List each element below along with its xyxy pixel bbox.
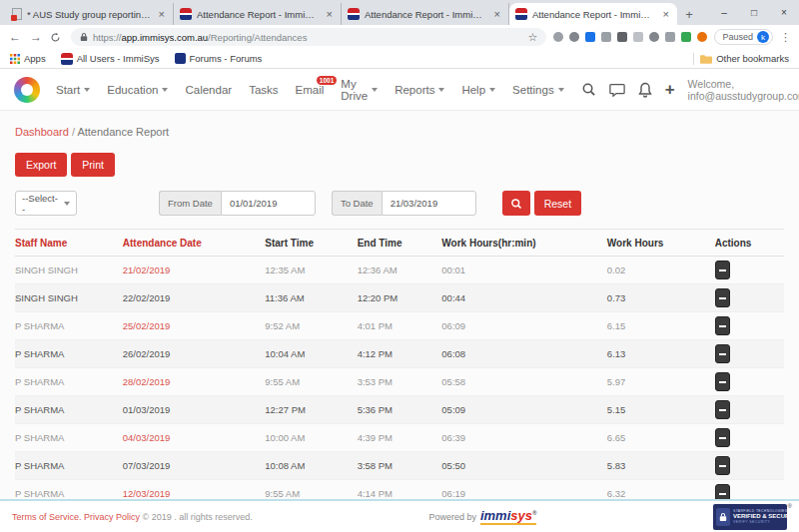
extension-icon[interactable] [601,32,611,42]
to-date-input[interactable] [382,191,476,216]
nav-label: My Drive [341,78,368,102]
extension-icon[interactable] [617,32,627,42]
from-date-input[interactable] [221,191,316,216]
extension-icon[interactable] [665,32,675,42]
nav-item-calendar[interactable]: Calendar [185,84,232,96]
other-bookmarks[interactable]: Other bookmarks [700,53,789,64]
immisys-logo[interactable] [14,77,40,103]
breadcrumb-current: Attendance Report [77,126,169,138]
row-actions-button[interactable] [715,288,730,307]
browser-tab-2[interactable]: Attendance Report - ImmiSys × [174,3,342,25]
extension-icon[interactable] [553,32,563,42]
browser-tab-3[interactable]: Attendance Report - ImmiSys × [342,3,509,25]
page-content: Dashboard / Attendance Report Export Pri… [0,111,799,499]
nav-item-reports[interactable]: Reports [395,84,444,96]
bell-icon[interactable] [638,81,652,98]
row-actions-button[interactable] [715,372,730,391]
browser-tab-1[interactable]: * AUS Study group reporting tha × [6,3,174,25]
close-tab-icon[interactable]: × [157,8,167,20]
extension-icon[interactable] [681,32,691,42]
extension-icon[interactable] [633,32,643,42]
col-staff-name[interactable]: Staff Name [15,230,123,257]
col-work-hours[interactable]: Work Hours [607,230,715,257]
cell-work-hours-hrmin: 06:39 [441,424,607,452]
cell-staff-name: SINGH SINGH [15,284,123,312]
reload-icon[interactable] [50,32,64,43]
extension-icon[interactable] [697,32,707,42]
terms-link[interactable]: Terms of Service. [12,512,82,522]
search-button[interactable] [502,191,530,216]
user-menu[interactable]: Welcome, info@ausstudygroup.com.au [688,78,799,102]
profile-button[interactable]: Paused k [714,29,773,45]
caret-down-icon [489,88,495,92]
row-actions-button[interactable] [715,484,730,499]
lock-icon [716,508,730,526]
bookmark-star-icon[interactable]: ☆ [528,31,538,44]
caret-down-icon [558,88,564,92]
url-scheme: https:// [93,32,122,43]
export-button[interactable]: Export [15,153,67,177]
minus-icon [719,437,726,439]
browser-tab-4-active[interactable]: Attendance Report - ImmiSys × [509,3,677,25]
staff-select[interactable]: --Select-- [15,191,77,216]
close-tab-icon[interactable]: × [661,8,671,20]
nav-item-settings[interactable]: Settings [512,84,564,96]
maximize-window-icon[interactable]: □ [739,0,769,25]
cell-attendance-date: 01/03/2019 [123,396,265,424]
close-tab-icon[interactable]: × [325,8,335,20]
chat-icon[interactable] [609,81,625,98]
row-actions-button[interactable] [715,456,730,475]
minus-icon [719,325,726,327]
cell-work-hours: 5.83 [607,452,715,480]
row-actions-button[interactable] [715,428,730,447]
col-attendance-date[interactable]: Attendance Date [123,230,265,257]
add-icon[interactable]: + [665,81,675,98]
cell-end-time: 12:20 PM [358,284,442,312]
nav-item-help[interactable]: Help [461,84,495,96]
close-window-icon[interactable]: × [769,0,799,25]
bookmark-all-users[interactable]: All Users - ImmiSys [61,53,160,65]
minimize-window-icon[interactable]: – [709,0,739,25]
extension-icon[interactable] [569,32,579,42]
new-tab-button[interactable]: + [677,3,701,25]
row-actions-button[interactable] [715,400,730,419]
search-icon[interactable] [581,81,596,98]
col-end-time[interactable]: End Time [358,230,442,257]
url-text: https://app.immisys.com.au/Reporting/Att… [93,32,307,43]
browser-menu-icon[interactable]: ⋮ [780,31,791,44]
row-actions-button[interactable] [715,344,730,363]
col-start-time[interactable]: Start Time [265,230,357,257]
verified-secured-seal[interactable]: ® STARFIELD TECHNOLOGIES VERIFIED & SECU… [713,504,787,530]
row-actions-button[interactable] [715,316,730,335]
forward-icon[interactable]: → [29,30,43,44]
nav-item-start[interactable]: Start [56,84,90,96]
address-bar[interactable]: https://app.immisys.com.au/Reporting/Att… [71,28,546,46]
extension-icon[interactable] [649,32,659,42]
nav-item-email[interactable]: Email1001 [296,84,325,96]
nav-item-tasks[interactable]: Tasks [249,84,278,96]
seal-verify: VERIFY SECURITY [733,520,798,524]
caret-down-icon [84,88,90,92]
close-tab-icon[interactable]: × [492,8,502,20]
extension-icon[interactable] [585,32,595,42]
nav-item-my-drive[interactable]: My Drive [341,78,378,102]
cell-work-hours-hrmin: 05:09 [441,396,607,424]
table-row: P SHARMA 26/02/2019 10:04 AM 4:12 PM 06:… [15,340,784,368]
nav-item-education[interactable]: Education [107,84,168,96]
cell-end-time: 3:53 PM [358,368,442,396]
immisys-brand-logo[interactable]: immisys® [480,509,536,525]
immisys-favicon [180,8,192,20]
url-path: /Reporting/Attendances [208,32,307,43]
row-actions-button[interactable] [715,261,730,279]
col-work-hours-hrmin[interactable]: Work Hours(hr:min) [441,230,607,257]
bookmark-apps[interactable]: Apps [10,53,46,64]
back-icon[interactable]: ← [8,30,22,44]
divider [693,53,694,65]
cell-work-hours: 5.15 [607,396,715,424]
bookmark-forums[interactable]: Forums - Forums [175,53,263,64]
print-button[interactable]: Print [71,153,115,177]
privacy-link[interactable]: Privacy Policy [84,512,140,522]
tab-title: Attendance Report - ImmiSys [365,9,487,20]
reset-button[interactable]: Reset [534,191,581,216]
breadcrumb-dashboard-link[interactable]: Dashboard [15,126,69,138]
